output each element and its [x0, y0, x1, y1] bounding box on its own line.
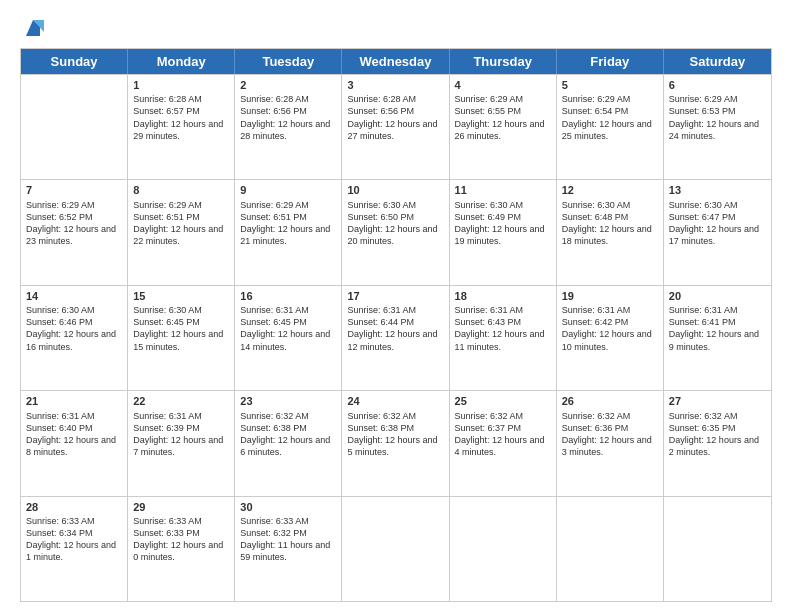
cell-info: Sunrise: 6:28 AMSunset: 6:56 PMDaylight:…	[240, 93, 336, 142]
day-number: 23	[240, 394, 336, 408]
day-number: 8	[133, 183, 229, 197]
cell-info: Sunrise: 6:33 AMSunset: 6:33 PMDaylight:…	[133, 515, 229, 564]
calendar-cell	[557, 497, 664, 601]
logo	[20, 18, 44, 38]
calendar-cell: 26Sunrise: 6:32 AMSunset: 6:36 PMDayligh…	[557, 391, 664, 495]
header-day-friday: Friday	[557, 49, 664, 74]
calendar-cell: 17Sunrise: 6:31 AMSunset: 6:44 PMDayligh…	[342, 286, 449, 390]
cell-info: Sunrise: 6:29 AMSunset: 6:53 PMDaylight:…	[669, 93, 766, 142]
calendar-cell: 13Sunrise: 6:30 AMSunset: 6:47 PMDayligh…	[664, 180, 771, 284]
header-day-thursday: Thursday	[450, 49, 557, 74]
calendar-cell: 20Sunrise: 6:31 AMSunset: 6:41 PMDayligh…	[664, 286, 771, 390]
day-number: 24	[347, 394, 443, 408]
header-day-monday: Monday	[128, 49, 235, 74]
calendar-cell: 6Sunrise: 6:29 AMSunset: 6:53 PMDaylight…	[664, 75, 771, 179]
cell-info: Sunrise: 6:30 AMSunset: 6:50 PMDaylight:…	[347, 199, 443, 248]
day-number: 6	[669, 78, 766, 92]
day-number: 10	[347, 183, 443, 197]
calendar-week-4: 21Sunrise: 6:31 AMSunset: 6:40 PMDayligh…	[21, 390, 771, 495]
cell-info: Sunrise: 6:32 AMSunset: 6:35 PMDaylight:…	[669, 410, 766, 459]
cell-info: Sunrise: 6:28 AMSunset: 6:56 PMDaylight:…	[347, 93, 443, 142]
calendar-cell: 15Sunrise: 6:30 AMSunset: 6:45 PMDayligh…	[128, 286, 235, 390]
calendar-cell: 12Sunrise: 6:30 AMSunset: 6:48 PMDayligh…	[557, 180, 664, 284]
cell-info: Sunrise: 6:31 AMSunset: 6:44 PMDaylight:…	[347, 304, 443, 353]
page: SundayMondayTuesdayWednesdayThursdayFrid…	[0, 0, 792, 612]
calendar-cell: 28Sunrise: 6:33 AMSunset: 6:34 PMDayligh…	[21, 497, 128, 601]
calendar-cell: 25Sunrise: 6:32 AMSunset: 6:37 PMDayligh…	[450, 391, 557, 495]
day-number: 21	[26, 394, 122, 408]
calendar-cell: 29Sunrise: 6:33 AMSunset: 6:33 PMDayligh…	[128, 497, 235, 601]
day-number: 13	[669, 183, 766, 197]
calendar-cell: 23Sunrise: 6:32 AMSunset: 6:38 PMDayligh…	[235, 391, 342, 495]
calendar-cell: 5Sunrise: 6:29 AMSunset: 6:54 PMDaylight…	[557, 75, 664, 179]
cell-info: Sunrise: 6:31 AMSunset: 6:41 PMDaylight:…	[669, 304, 766, 353]
calendar-cell: 2Sunrise: 6:28 AMSunset: 6:56 PMDaylight…	[235, 75, 342, 179]
header-day-wednesday: Wednesday	[342, 49, 449, 74]
cell-info: Sunrise: 6:33 AMSunset: 6:32 PMDaylight:…	[240, 515, 336, 564]
day-number: 16	[240, 289, 336, 303]
header-day-sunday: Sunday	[21, 49, 128, 74]
cell-info: Sunrise: 6:29 AMSunset: 6:51 PMDaylight:…	[240, 199, 336, 248]
cell-info: Sunrise: 6:32 AMSunset: 6:37 PMDaylight:…	[455, 410, 551, 459]
calendar-cell: 30Sunrise: 6:33 AMSunset: 6:32 PMDayligh…	[235, 497, 342, 601]
calendar-cell: 9Sunrise: 6:29 AMSunset: 6:51 PMDaylight…	[235, 180, 342, 284]
cell-info: Sunrise: 6:30 AMSunset: 6:47 PMDaylight:…	[669, 199, 766, 248]
cell-info: Sunrise: 6:30 AMSunset: 6:49 PMDaylight:…	[455, 199, 551, 248]
day-number: 29	[133, 500, 229, 514]
cell-info: Sunrise: 6:30 AMSunset: 6:45 PMDaylight:…	[133, 304, 229, 353]
day-number: 2	[240, 78, 336, 92]
day-number: 28	[26, 500, 122, 514]
calendar-week-3: 14Sunrise: 6:30 AMSunset: 6:46 PMDayligh…	[21, 285, 771, 390]
day-number: 22	[133, 394, 229, 408]
day-number: 12	[562, 183, 658, 197]
cell-info: Sunrise: 6:30 AMSunset: 6:46 PMDaylight:…	[26, 304, 122, 353]
calendar-cell: 4Sunrise: 6:29 AMSunset: 6:55 PMDaylight…	[450, 75, 557, 179]
day-number: 4	[455, 78, 551, 92]
day-number: 14	[26, 289, 122, 303]
day-number: 7	[26, 183, 122, 197]
cell-info: Sunrise: 6:32 AMSunset: 6:38 PMDaylight:…	[240, 410, 336, 459]
cell-info: Sunrise: 6:29 AMSunset: 6:52 PMDaylight:…	[26, 199, 122, 248]
cell-info: Sunrise: 6:33 AMSunset: 6:34 PMDaylight:…	[26, 515, 122, 564]
calendar-cell: 11Sunrise: 6:30 AMSunset: 6:49 PMDayligh…	[450, 180, 557, 284]
calendar-week-2: 7Sunrise: 6:29 AMSunset: 6:52 PMDaylight…	[21, 179, 771, 284]
calendar-cell: 27Sunrise: 6:32 AMSunset: 6:35 PMDayligh…	[664, 391, 771, 495]
calendar-cell: 19Sunrise: 6:31 AMSunset: 6:42 PMDayligh…	[557, 286, 664, 390]
cell-info: Sunrise: 6:31 AMSunset: 6:45 PMDaylight:…	[240, 304, 336, 353]
day-number: 17	[347, 289, 443, 303]
day-number: 27	[669, 394, 766, 408]
calendar-cell	[450, 497, 557, 601]
cell-info: Sunrise: 6:31 AMSunset: 6:40 PMDaylight:…	[26, 410, 122, 459]
day-number: 11	[455, 183, 551, 197]
calendar-cell: 10Sunrise: 6:30 AMSunset: 6:50 PMDayligh…	[342, 180, 449, 284]
cell-info: Sunrise: 6:31 AMSunset: 6:43 PMDaylight:…	[455, 304, 551, 353]
calendar-cell	[21, 75, 128, 179]
calendar-cell	[342, 497, 449, 601]
logo-icon	[22, 18, 44, 40]
day-number: 19	[562, 289, 658, 303]
day-number: 25	[455, 394, 551, 408]
cell-info: Sunrise: 6:32 AMSunset: 6:38 PMDaylight:…	[347, 410, 443, 459]
day-number: 26	[562, 394, 658, 408]
calendar-week-1: 1Sunrise: 6:28 AMSunset: 6:57 PMDaylight…	[21, 74, 771, 179]
cell-info: Sunrise: 6:28 AMSunset: 6:57 PMDaylight:…	[133, 93, 229, 142]
header	[20, 18, 772, 38]
cell-info: Sunrise: 6:30 AMSunset: 6:48 PMDaylight:…	[562, 199, 658, 248]
calendar: SundayMondayTuesdayWednesdayThursdayFrid…	[20, 48, 772, 602]
calendar-cell: 8Sunrise: 6:29 AMSunset: 6:51 PMDaylight…	[128, 180, 235, 284]
calendar-cell	[664, 497, 771, 601]
cell-info: Sunrise: 6:29 AMSunset: 6:54 PMDaylight:…	[562, 93, 658, 142]
day-number: 18	[455, 289, 551, 303]
day-number: 15	[133, 289, 229, 303]
header-day-tuesday: Tuesday	[235, 49, 342, 74]
calendar-cell: 18Sunrise: 6:31 AMSunset: 6:43 PMDayligh…	[450, 286, 557, 390]
day-number: 9	[240, 183, 336, 197]
day-number: 3	[347, 78, 443, 92]
calendar-cell: 24Sunrise: 6:32 AMSunset: 6:38 PMDayligh…	[342, 391, 449, 495]
calendar-header: SundayMondayTuesdayWednesdayThursdayFrid…	[21, 49, 771, 74]
day-number: 20	[669, 289, 766, 303]
cell-info: Sunrise: 6:31 AMSunset: 6:39 PMDaylight:…	[133, 410, 229, 459]
calendar-cell: 14Sunrise: 6:30 AMSunset: 6:46 PMDayligh…	[21, 286, 128, 390]
day-number: 1	[133, 78, 229, 92]
calendar-cell: 7Sunrise: 6:29 AMSunset: 6:52 PMDaylight…	[21, 180, 128, 284]
